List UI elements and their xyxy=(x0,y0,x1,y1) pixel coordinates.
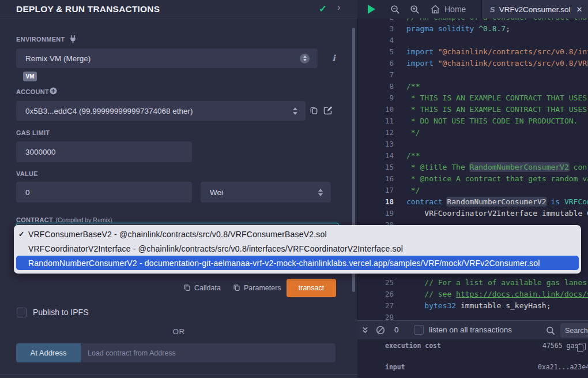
code-line[interactable]: 10 * THIS IS AN EXAMPLE CONTRACT THAT US… xyxy=(358,104,588,115)
plug-icon xyxy=(69,35,77,44)
contract-dropdown-option[interactable]: RandomNumberConsumerV2 - documentation-g… xyxy=(16,256,579,270)
code-line[interactable]: 9 * THIS IS AN EXAMPLE CONTRACT THAT USE… xyxy=(358,92,588,104)
close-tab-icon[interactable]: ✕ xyxy=(576,5,582,14)
copy-icon[interactable] xyxy=(579,343,586,350)
code-line[interactable]: 15 * @title The RandomNumberConsumerV2 c… xyxy=(358,162,588,173)
code-token: * @title The xyxy=(406,163,470,171)
at-address-button[interactable]: At Address xyxy=(16,343,81,362)
code-text: // An example of a consumer contract tha… xyxy=(406,18,588,23)
code-token: */ xyxy=(406,186,420,194)
line-number: 7 xyxy=(358,69,394,81)
code-token: bytes32 xyxy=(406,301,456,310)
select-caret-icon xyxy=(293,107,297,115)
value-label: VALUE xyxy=(16,170,38,177)
code-line[interactable]: 8/** xyxy=(358,81,588,92)
info-icon[interactable]: i xyxy=(332,53,336,63)
line-number: 12 xyxy=(358,127,394,139)
line-number: 6 xyxy=(358,58,394,69)
line-number: 13 xyxy=(358,139,394,150)
transact-button[interactable]: transact xyxy=(287,279,336,297)
code-line[interactable]: 13 xyxy=(358,139,588,150)
parameters-button[interactable]: Parameters xyxy=(244,284,281,292)
publish-ipfs-checkbox[interactable] xyxy=(17,308,27,317)
active-tab-label: VRFv2Consumer.sol xyxy=(499,5,571,14)
copy-account-icon[interactable] xyxy=(310,106,318,115)
code-line[interactable]: 11 * DO NOT USE THIS CODE IN PRODUCTION. xyxy=(358,115,588,127)
code-line[interactable]: 28 xyxy=(358,312,588,320)
code-token: RandomNumberConsumerV2 xyxy=(470,163,569,171)
value-input[interactable] xyxy=(16,182,192,203)
code-line[interactable]: 26 // see https://docs.chain.link/docs/v… xyxy=(358,289,588,300)
code-token: /** xyxy=(406,151,420,160)
terminal-row-label: input xyxy=(385,363,405,371)
line-number: 5 xyxy=(358,46,394,58)
code-line[interactable]: 17 */ xyxy=(358,185,588,196)
code-token: import xyxy=(406,59,438,68)
copy-calldata-icon[interactable] xyxy=(183,283,191,291)
zoom-in-icon[interactable] xyxy=(410,5,420,14)
code-token: * DO NOT USE THIS CODE IN PRODUCTION. xyxy=(406,117,578,125)
code-text: /** xyxy=(406,81,420,92)
run-script-icon[interactable] xyxy=(368,5,375,14)
code-token: ; xyxy=(506,24,510,33)
code-text: // For a list of available gas lanes on … xyxy=(406,277,588,289)
tab-home[interactable]: Home xyxy=(430,0,482,18)
solidity-icon: S xyxy=(489,5,496,14)
code-text: import "@chainlink/contracts/src/v0.8/in… xyxy=(406,46,588,58)
listen-all-checkbox[interactable] xyxy=(414,325,424,335)
line-number: 4 xyxy=(358,35,394,46)
line-number: 3 xyxy=(358,23,394,35)
section-divider xyxy=(0,374,357,375)
contract-dropdown-option[interactable]: VRFCoordinatorV2Interface - @chainlink/c… xyxy=(14,241,581,256)
search-icon xyxy=(546,326,555,335)
line-number: 14 xyxy=(358,150,394,162)
code-line[interactable]: 7 xyxy=(358,69,588,81)
edit-account-icon[interactable] xyxy=(323,106,333,115)
zoom-out-icon[interactable] xyxy=(390,5,400,14)
code-line[interactable]: 12 */ xyxy=(358,127,588,139)
compile-success-icon: ✓ xyxy=(319,3,327,15)
publish-ipfs-label: Publish to IPFS xyxy=(33,308,89,317)
gas-limit-input[interactable] xyxy=(16,141,192,162)
clear-console-icon[interactable] xyxy=(376,325,385,335)
code-line[interactable]: 16 * @notice A contract that gets random… xyxy=(358,173,588,185)
account-select[interactable]: 0x5B3...eddC4 (99.999999999997374068 eth… xyxy=(16,101,306,121)
code-line[interactable]: 6import "@chainlink/contracts/src/v0.8/V… xyxy=(358,58,588,69)
line-number: 26 xyxy=(358,289,394,300)
tab-active-file[interactable]: S VRFv2Consumer.sol ✕ xyxy=(482,0,588,18)
code-token: https://docs.chain.link/docs/vrf-contrac… xyxy=(456,290,588,298)
code-token: ^0.8.7 xyxy=(478,24,506,33)
code-token: VRFCoordinatorV2Interface immutable COOR… xyxy=(406,209,588,218)
code-line[interactable]: 2// An example of a consumer contract th… xyxy=(358,18,588,23)
gas-limit-label: GAS LIMIT xyxy=(16,129,50,136)
code-editor[interactable]: 2// An example of a consumer contract th… xyxy=(358,18,588,320)
code-text: */ xyxy=(406,127,420,139)
code-line[interactable]: 19 VRFCoordinatorV2Interface immutable C… xyxy=(358,208,588,219)
home-tab-label: Home xyxy=(444,5,466,14)
environment-select[interactable]: Remix VM (Merge) xyxy=(16,48,318,68)
code-line[interactable]: 18contract RandomNumberConsumerV2 is VRF… xyxy=(358,196,588,208)
option-label: VRFConsumerBaseV2 - @chainlink/contracts… xyxy=(28,230,327,239)
copy-parameters-icon[interactable] xyxy=(233,283,240,291)
calldata-button[interactable]: Calldata xyxy=(194,284,221,292)
contract-dropdown-option[interactable]: ✓VRFConsumerBaseV2 - @chainlink/contract… xyxy=(14,227,581,241)
editor-tab-bar: Home S VRFv2Consumer.sol ✕ xyxy=(357,0,588,18)
collapse-terminal-icon[interactable] xyxy=(362,326,368,334)
code-line[interactable]: 5import "@chainlink/contracts/src/v0.8/i… xyxy=(358,46,588,58)
code-line[interactable]: 3pragma solidity ^0.8.7; xyxy=(358,23,588,35)
add-account-icon[interactable] xyxy=(50,87,57,95)
code-line[interactable]: 14/** xyxy=(358,150,588,162)
code-line[interactable]: 25 // For a list of available gas lanes … xyxy=(358,277,588,289)
chevron-right-icon[interactable]: › xyxy=(337,2,341,13)
code-line[interactable]: 27 bytes32 immutable s_keyHash; xyxy=(358,300,588,312)
code-line[interactable]: 4 xyxy=(358,35,588,46)
terminal-search-input[interactable] xyxy=(560,323,588,338)
terminal-toolbar: 0 listen on all transactions xyxy=(357,320,588,339)
at-address-input[interactable] xyxy=(81,343,336,362)
terminal-output[interactable]: execution cost47565 gasinput0xa21...a23e… xyxy=(357,339,588,378)
code-text: VRFCoordinatorV2Interface immutable COOR… xyxy=(406,208,588,219)
value-unit-select[interactable]: Wei xyxy=(201,182,331,203)
line-number: 2 xyxy=(358,18,394,23)
code-token: // see xyxy=(406,290,456,298)
value-unit: Wei xyxy=(210,188,318,197)
